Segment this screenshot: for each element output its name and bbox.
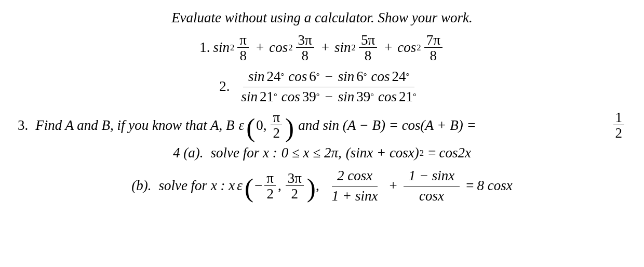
numerator: 7π (424, 33, 442, 48)
angle: 6 (309, 68, 316, 86)
fraction: π 8 (237, 33, 249, 63)
angle: 21 (399, 88, 413, 106)
cos-fn: cos (378, 88, 397, 106)
problem-4b-lead: solve for x : x (158, 177, 235, 195)
problem-3-label: 3. (18, 117, 28, 135)
numerator: 1 (613, 111, 625, 125)
exponent: 2 (420, 148, 424, 159)
problem-4a-lead: solve for x : (211, 144, 277, 162)
denominator: 2 (289, 186, 301, 201)
angle: 21 (260, 88, 274, 106)
problem-1: 1. sin2 π 8 + cos2 3π 8 + sin2 5π 8 + co… (199, 33, 445, 63)
comma: , (278, 177, 281, 195)
problem-4b-label: (b). (131, 177, 151, 195)
big-fraction: 1 − sinx cosx (404, 166, 460, 206)
numerator: π (237, 33, 249, 48)
big-fraction: sin24° cos6° − sin6° cos24° sin21° cos39… (236, 67, 422, 107)
problem-4a: 4 (a). solve for x : 0 ≤ x ≤ 2π, (sinx +… (173, 144, 471, 162)
sin-fn: sin (338, 68, 355, 86)
epsilon-symbol: ε (238, 117, 244, 135)
problem-2-label: 2. (219, 78, 230, 96)
fraction: 3π 8 (296, 33, 314, 63)
minus-op: − (325, 88, 333, 106)
angle: 39 (302, 88, 316, 106)
comma: , (263, 117, 267, 135)
problem-4a-lhs: (sinx + cosx) (346, 144, 419, 162)
big-numerator: 1 − sinx (404, 166, 460, 186)
degree-symbol: ° (370, 91, 374, 102)
big-denominator: sin21° cos39° − sin39° cos21° (236, 87, 422, 107)
degree-symbol: ° (316, 91, 320, 102)
sin-fn: sin (248, 68, 265, 86)
big-numerator: 2 cosx (332, 166, 378, 186)
big-numerator: sin24° cos6° − sin6° cos24° (243, 67, 414, 87)
cos-fn: cos (281, 88, 300, 106)
angle: 6 (356, 68, 364, 86)
problem-3-mid: and sin (A − B) = cos(A + B) = (298, 117, 476, 135)
fraction: π 2 (271, 111, 282, 140)
sin-fn: sin (213, 39, 230, 57)
fraction: 5π 8 (359, 33, 377, 63)
numerator: 3π (296, 33, 314, 48)
degree-symbol: ° (316, 71, 320, 82)
problem-4a-label: 4 (a). (173, 144, 203, 162)
comma: , (316, 177, 319, 195)
problem-4b: (b). solve for x : x ε ( − π 2 , 3π 2 ) … (131, 166, 513, 206)
angle: 39 (356, 88, 370, 106)
sin-fn: sin (334, 39, 351, 57)
problem-1-label: 1. (199, 39, 210, 57)
plus-op: + (389, 177, 397, 195)
denominator: 2 (264, 186, 276, 201)
exponent: 2 (417, 43, 421, 54)
equals-op: = (428, 144, 436, 162)
angle: 24 (392, 68, 406, 86)
problem-3: 3. Find A and B, if you know that A, B ε… (16, 111, 628, 140)
denominator: 2 (613, 125, 625, 140)
big-denominator: 1 + sinx (327, 186, 383, 206)
cos-fn: cos (288, 68, 307, 86)
degree-symbol: ° (406, 71, 409, 82)
degree-symbol: ° (364, 71, 367, 82)
big-denominator: cosx (414, 186, 449, 206)
problem-4a-rhs: cos2x (439, 144, 471, 162)
interval-low: 0 (256, 117, 263, 135)
numerator: 3π (286, 171, 304, 186)
exponent: 2 (230, 43, 234, 54)
problem-2: 2. sin24° cos6° − sin6° cos24° sin21° co… (219, 67, 424, 107)
equals-op: = (466, 177, 474, 195)
numerator: 5π (359, 33, 377, 48)
exponent: 2 (288, 43, 292, 54)
minus-op: − (325, 68, 333, 86)
epsilon-symbol: ε (237, 177, 243, 195)
denominator: 8 (299, 48, 311, 63)
problem-4b-rhs: 8 cosx (477, 177, 513, 195)
denominator: 2 (271, 125, 283, 140)
fraction: 3π 2 (286, 171, 304, 201)
numerator: π (271, 111, 282, 125)
negative-sign: − (254, 177, 262, 195)
math-problem-set: Evaluate without using a calculator. Sho… (0, 0, 644, 267)
instruction-text: Evaluate without using a calculator. Sho… (171, 9, 473, 27)
problem-3-lead: Find A and B, if you know that A, B (35, 117, 234, 135)
cos-fn: cos (371, 68, 390, 86)
denominator: 8 (363, 48, 374, 63)
plus-op: + (384, 39, 392, 57)
degree-symbol: ° (413, 91, 417, 102)
fraction: 1 2 (613, 111, 625, 140)
cos-fn: cos (397, 39, 416, 57)
angle: 24 (267, 68, 281, 86)
denominator: 8 (427, 48, 439, 63)
sin-fn: sin (242, 88, 258, 106)
degree-symbol: ° (274, 91, 277, 102)
problem-4a-range: 0 ≤ x ≤ 2π, (281, 144, 342, 162)
fraction: 7π 8 (424, 33, 442, 63)
cos-fn: cos (269, 39, 288, 57)
big-fraction: 2 cosx 1 + sinx (327, 166, 383, 206)
sin-fn: sin (338, 88, 355, 106)
exponent: 2 (352, 43, 356, 54)
fraction: π 2 (264, 171, 276, 201)
degree-symbol: ° (281, 71, 285, 82)
denominator: 8 (237, 48, 249, 63)
numerator: π (264, 171, 276, 186)
plus-op: + (321, 39, 329, 57)
